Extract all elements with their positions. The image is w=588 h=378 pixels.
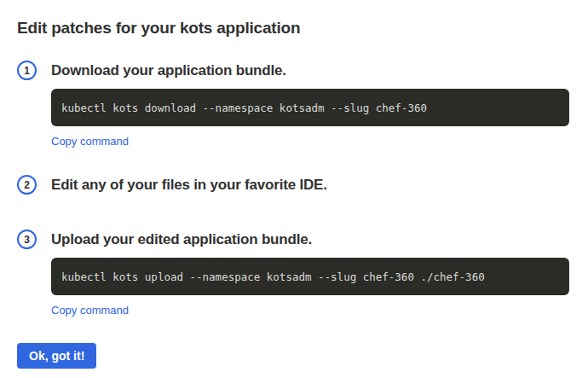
copy-command-link-upload[interactable]: Copy command: [51, 304, 129, 317]
command-text: kubectl kots download --namespace kotsad…: [61, 102, 427, 114]
copy-command-link-download[interactable]: Copy command: [51, 135, 129, 148]
step-number-badge-1: 1: [17, 61, 37, 80]
command-text: kubectl kots upload --namespace kotsadm …: [61, 270, 485, 283]
step-upload-header: 3 Upload your edited application bundle.: [17, 230, 569, 249]
step-upload-body: kubectl kots upload --namespace kotsadm …: [51, 258, 569, 317]
step-download: 1 Download your application bundle. kube…: [17, 61, 569, 148]
command-snippet-download: kubectl kots download --namespace kotsad…: [51, 89, 569, 126]
step-number-badge-3: 3: [17, 230, 37, 249]
command-snippet-upload: kubectl kots upload --namespace kotsadm …: [51, 258, 569, 295]
step-edit-header: 2 Edit any of your files in your favorit…: [17, 175, 569, 195]
step-title: Upload your edited application bundle.: [51, 231, 312, 248]
step-number-badge-2: 2: [17, 175, 37, 195]
ok-got-it-button[interactable]: Ok, got it!: [17, 343, 96, 369]
step-upload: 3 Upload your edited application bundle.…: [17, 230, 569, 317]
footer: Ok, got it!: [17, 343, 569, 369]
step-edit: 2 Edit any of your files in your favorit…: [17, 175, 569, 195]
page-title: Edit patches for your kots application: [17, 19, 569, 38]
edit-patches-panel: Edit patches for your kots application 1…: [0, 0, 588, 369]
step-download-body: kubectl kots download --namespace kotsad…: [51, 89, 569, 148]
step-download-header: 1 Download your application bundle.: [17, 61, 569, 80]
step-title: Download your application bundle.: [51, 62, 286, 79]
step-title: Edit any of your files in your favorite …: [51, 177, 327, 194]
